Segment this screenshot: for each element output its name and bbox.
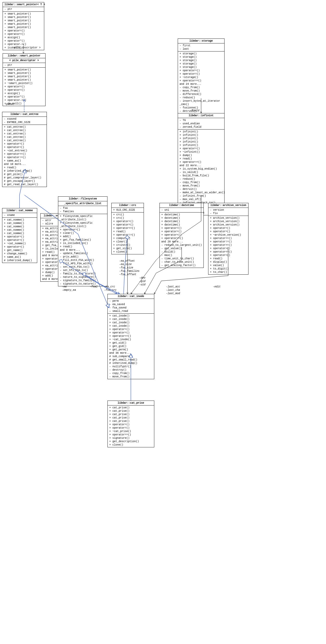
smart-pointer-pile-attrs: - ptr bbox=[3, 63, 45, 68]
datetime-methods: + datetime() + datetime() + datetime() +… bbox=[160, 212, 203, 268]
last-mod-label: -last_mod bbox=[166, 292, 180, 295]
fsa-size-label: -fsa_size bbox=[119, 266, 133, 269]
storage-methods: + storage() + storage() + storage() + st… bbox=[178, 51, 224, 120]
cat-entree-title: libdar::cat_entree bbox=[2, 112, 47, 117]
ea-assoc-label: -ea bbox=[62, 285, 67, 288]
fsa-families-label: -fsa_families bbox=[119, 270, 139, 273]
cat-inode-title: libdar::cat_inode bbox=[108, 294, 154, 299]
cat-nomme-box: libdar::cat_nomme - xname + cat_nomme() … bbox=[2, 208, 37, 263]
last-acc-label: -last_acc bbox=[166, 285, 180, 288]
cat-entree-methods: + cat_entree() + cat_entree() + cat_entr… bbox=[2, 125, 47, 187]
crc-attrs: + OLD_CRC_SIZE bbox=[112, 208, 144, 212]
cat-prise-box: libdar::cat_prise + cat_prise() + cat_pr… bbox=[107, 401, 154, 447]
datetime-title: libdar::datetime bbox=[160, 203, 203, 208]
fsal-attrs: - fsa - familes bbox=[58, 206, 107, 214]
cat-nomme-title: libdar::cat_nomme bbox=[2, 208, 37, 213]
infinint-title: libdar::infinint bbox=[178, 113, 224, 118]
archive-version-attrs: - version - fix bbox=[208, 208, 248, 216]
pdesc-label: -pdesc bbox=[5, 103, 14, 106]
cat-inode-attrs: - perm - ea_saved - fsa_saved - small_re… bbox=[108, 299, 154, 314]
fsal-title: libdar::filesystem bbox=[58, 197, 107, 201]
infinint-methods: + infinint() + infinint() + infinint() +… bbox=[178, 130, 224, 215]
smart-pointer-t-title: libdar::smart_pointer< T > bbox=[3, 2, 44, 7]
cat-entree-box: libdar::cat_entree - xsaved - ENTREE_CRC… bbox=[2, 112, 47, 187]
fsal-box: libdar::filesystem _specific_attribute_l… bbox=[58, 196, 107, 286]
datetime-box: libdar::datetime - uni + datetime() + da… bbox=[159, 203, 204, 268]
cat-inode-box: libdar::cat_inode - perm - ea_saved - fs… bbox=[107, 294, 154, 379]
cat-prise-methods: + cat_prise() + cat_prise() + cat_prise(… bbox=[108, 405, 154, 447]
archive-version-box: libdar::archive_version - version - fix … bbox=[208, 203, 248, 275]
uid-label: -uid bbox=[139, 283, 145, 286]
gid-label: -gid bbox=[139, 280, 145, 283]
storage-box: libdar::storage - first - last + storage… bbox=[178, 38, 225, 120]
dev-label: -dev bbox=[139, 276, 145, 279]
storage-title: libdar::storage bbox=[178, 39, 224, 43]
infinint-attrs: - TG - used_endian - zeroed_field bbox=[178, 118, 224, 130]
cat-entree-attrs: - xsaved - ENTREE_CRC_SIZE bbox=[2, 117, 47, 125]
storage-attrs: - first - last bbox=[178, 43, 224, 51]
fsal-title2: _specific_attribute_list bbox=[58, 201, 107, 206]
pile-descriptor-label: < pile_descriptor > bbox=[11, 46, 41, 49]
fsal-assoc-label: -fsal bbox=[90, 285, 98, 288]
field-label: -field bbox=[190, 109, 199, 112]
cat-prise-title: libdar::cat_prise bbox=[108, 401, 154, 405]
fsa-offset-label: -fsa_offset bbox=[119, 273, 136, 276]
cat-nomme-methods: + cat_nomme() + cat_nomme() + cat_nomme(… bbox=[2, 218, 37, 263]
smart-pointer-pile-box: libdar::smart_pointer < pile_descriptor … bbox=[3, 53, 46, 106]
crc-methods: + crc() + crc() + operator=() + operator… bbox=[112, 212, 144, 254]
datetime-attrs: - uni bbox=[160, 208, 203, 212]
smart-pointer-t-attrs: - ptr bbox=[3, 7, 44, 12]
cat-inode-methods: + cat_inode() + cat_inode() + cat_inode(… bbox=[108, 314, 154, 379]
infinint-box: libdar::infinint - TG - used_endian - ze… bbox=[178, 113, 225, 215]
smart-pointer-t-methods: + smart_pointer() + smart_pointer() + sm… bbox=[3, 12, 44, 50]
ea-size-label: -ea_size bbox=[119, 263, 132, 266]
ea-offset-label: -ea_offset bbox=[119, 260, 135, 262]
fsal-methods: + filesystem_specific _attribute_list() … bbox=[58, 214, 107, 286]
empty-ea-label: -empty_ea bbox=[62, 289, 76, 292]
uml-diagram: libdar::smart_pointer< T > - ptr + smart… bbox=[0, 0, 326, 644]
archive-version-methods: + archive_version() + archive_version() … bbox=[208, 216, 248, 274]
smart-pointer-pile-title: libdar::smart_pointer bbox=[3, 54, 45, 58]
uml-arrows bbox=[0, 0, 326, 644]
smart-pointer-pile-title2: < pile_descriptor > bbox=[3, 58, 45, 63]
last-cha-label: -last_cha bbox=[166, 289, 180, 292]
edit-label: -edit bbox=[213, 285, 221, 288]
crc-box: libdar::crc + OLD_CRC_SIZE + crc() + crc… bbox=[111, 203, 144, 254]
smart-pointer-pile-methods: + smart_pointer() + smart_pointer() + sm… bbox=[3, 68, 45, 106]
crc-title: libdar::crc bbox=[112, 203, 144, 208]
archive-version-title: libdar::archive_version bbox=[208, 203, 248, 208]
fsa-crc-label: -fsa_crc bbox=[104, 289, 117, 292]
ea-crc-label: -ea_crc bbox=[104, 285, 115, 288]
smart-pointer-t-box: libdar::smart_pointer< T > - ptr + smart… bbox=[3, 2, 44, 50]
cat-nomme-attrs: - xname bbox=[2, 213, 37, 218]
